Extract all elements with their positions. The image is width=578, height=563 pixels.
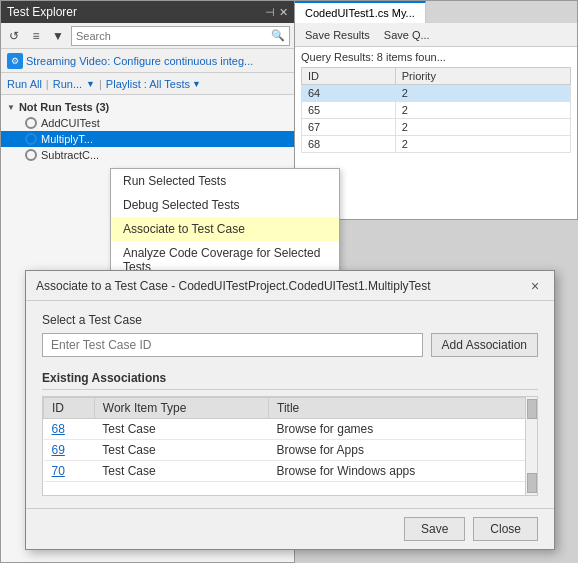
dialog-body: Select a Test Case Add Association Exist…	[26, 301, 554, 508]
separator2: |	[99, 78, 102, 90]
row-id: 64	[302, 85, 396, 102]
select-test-case-label: Select a Test Case	[42, 313, 538, 327]
assoc-col-type: Work Item Type	[94, 398, 268, 419]
assoc-row-type-0: Test Case	[94, 419, 268, 440]
pin-icon[interactable]: ⊣	[265, 6, 275, 19]
test-case-input-row: Add Association	[42, 333, 538, 357]
refresh-icon[interactable]: ↺	[5, 27, 23, 45]
run-all-link[interactable]: Run All	[7, 78, 42, 90]
close-icon-titlebar[interactable]: ✕	[279, 6, 288, 19]
playlist-label: Playlist : All Tests	[106, 78, 190, 90]
search-box: 🔍	[71, 26, 290, 46]
row-id: 65	[302, 102, 396, 119]
titlebar-icons: ⊣ ✕	[265, 6, 288, 19]
tab-codeditui[interactable]: CodedUITest1.cs My...	[295, 1, 426, 23]
query-results-text: Query Results: 8 items foun...	[301, 51, 571, 63]
not-run-tests-label: Not Run Tests (3)	[19, 101, 109, 113]
search-icon: 🔍	[271, 29, 285, 42]
tree-item-subtract[interactable]: SubtractC...	[1, 147, 294, 163]
assoc-row-title-1: Browse for Apps	[269, 440, 537, 461]
table-row[interactable]: 65 2	[302, 102, 571, 119]
col-header-priority: Priority	[395, 68, 570, 85]
dialog-title: Associate to a Test Case - CodedUITestPr…	[36, 279, 431, 293]
assoc-row-title-0: Browse for games	[269, 419, 537, 440]
assoc-row-title-2: Browse for Windows apps	[269, 461, 537, 482]
results-table: ID Priority 64 2 65 2 67 2 68	[301, 67, 571, 153]
test-explorer-title: Test Explorer	[7, 5, 77, 19]
breadcrumb-row: ⚙ Streaming Video: Configure continuous …	[1, 49, 294, 73]
save-results-btn[interactable]: Save Results	[301, 28, 374, 42]
test-explorer-titlebar: Test Explorer ⊣ ✕	[1, 1, 294, 23]
playlist-dropdown-icon: ▼	[192, 79, 201, 89]
row-priority: 2	[395, 85, 570, 102]
row-id: 68	[302, 136, 396, 153]
assoc-table-wrapper: ID Work Item Type Title 68 Test Case Bro…	[42, 396, 538, 496]
collapse-triangle[interactable]: ▼	[7, 103, 15, 112]
toolbar-row: ↺ ≡ ▼ 🔍	[1, 23, 294, 49]
close-button[interactable]: Close	[473, 517, 538, 541]
group-icon[interactable]: ≡	[27, 27, 45, 45]
test-icon-multiply	[25, 133, 37, 145]
table-row[interactable]: 67 2	[302, 119, 571, 136]
ctx-debug[interactable]: Debug Selected Tests	[111, 193, 339, 217]
playlist-button[interactable]: Playlist : All Tests ▼	[106, 78, 201, 90]
scrollbar-thumb-bot	[527, 473, 537, 493]
search-input[interactable]	[76, 30, 271, 42]
table-row[interactable]: 68 2	[302, 136, 571, 153]
tab-suffix: My...	[392, 7, 415, 19]
assoc-row[interactable]: 68 Test Case Browse for games	[44, 419, 537, 440]
test-icon-subtract	[25, 149, 37, 161]
add-association-button[interactable]: Add Association	[431, 333, 538, 357]
dialog-footer: Save Close	[26, 508, 554, 549]
run-dropdown-icon[interactable]: ▼	[86, 79, 95, 89]
table-row[interactable]: 64 2	[302, 85, 571, 102]
assoc-row-id-1[interactable]: 69	[44, 440, 95, 461]
dialog-close-button[interactable]: ×	[526, 277, 544, 295]
assoc-row[interactable]: 70 Test Case Browse for Windows apps	[44, 461, 537, 482]
project-icon: ⚙	[7, 53, 23, 69]
row-priority: 2	[395, 136, 570, 153]
tree-item-addcuit[interactable]: AddCUITest	[1, 115, 294, 131]
assoc-table: ID Work Item Type Title 68 Test Case Bro…	[43, 397, 537, 482]
scrollbar-thumb-top	[527, 399, 537, 419]
row-priority: 2	[395, 119, 570, 136]
assoc-row-type-1: Test Case	[94, 440, 268, 461]
row-priority: 2	[395, 102, 570, 119]
test-icon-addcuit	[25, 117, 37, 129]
filter-icon[interactable]: ▼	[49, 27, 67, 45]
dialog-titlebar: Associate to a Test Case - CodedUITestPr…	[26, 271, 554, 301]
scrollbar[interactable]	[525, 397, 537, 495]
breadcrumb-text: Streaming Video: Configure continuous in…	[26, 55, 253, 67]
tree-item-multiply[interactable]: MultiplyT...	[1, 131, 294, 147]
tree-item-label-subtract: SubtractC...	[41, 149, 99, 161]
save-button[interactable]: Save	[404, 517, 465, 541]
tab-label: CodedUITest1.cs	[305, 7, 389, 19]
tree-item-label-multiply: MultiplyT...	[41, 133, 93, 145]
assoc-row-type-2: Test Case	[94, 461, 268, 482]
test-case-id-input[interactable]	[42, 333, 423, 357]
assoc-row-id-2[interactable]: 70	[44, 461, 95, 482]
row-id: 67	[302, 119, 396, 136]
assoc-col-id: ID	[44, 398, 95, 419]
codeditui-toolbar: Save Results Save Q...	[295, 23, 577, 47]
existing-assoc-label: Existing Associations	[42, 371, 538, 390]
ctx-associate[interactable]: Associate to Test Case	[111, 217, 339, 241]
assoc-col-title: Title	[269, 398, 537, 419]
associate-dialog: Associate to a Test Case - CodedUITestPr…	[25, 270, 555, 550]
tree-item-label-addcuit: AddCUITest	[41, 117, 100, 129]
assoc-row[interactable]: 69 Test Case Browse for Apps	[44, 440, 537, 461]
save-q-btn[interactable]: Save Q...	[380, 28, 434, 42]
separator1: |	[46, 78, 49, 90]
not-run-tests-header: ▼ Not Run Tests (3)	[1, 99, 294, 115]
tab-bar: CodedUITest1.cs My...	[295, 1, 577, 23]
actions-row: Run All | Run... ▼ | Playlist : All Test…	[1, 73, 294, 95]
run-link[interactable]: Run...	[53, 78, 82, 90]
ctx-run[interactable]: Run Selected Tests	[111, 169, 339, 193]
assoc-row-id-0[interactable]: 68	[44, 419, 95, 440]
col-header-id: ID	[302, 68, 396, 85]
tree-area: ▼ Not Run Tests (3) AddCUITest MultiplyT…	[1, 95, 294, 167]
